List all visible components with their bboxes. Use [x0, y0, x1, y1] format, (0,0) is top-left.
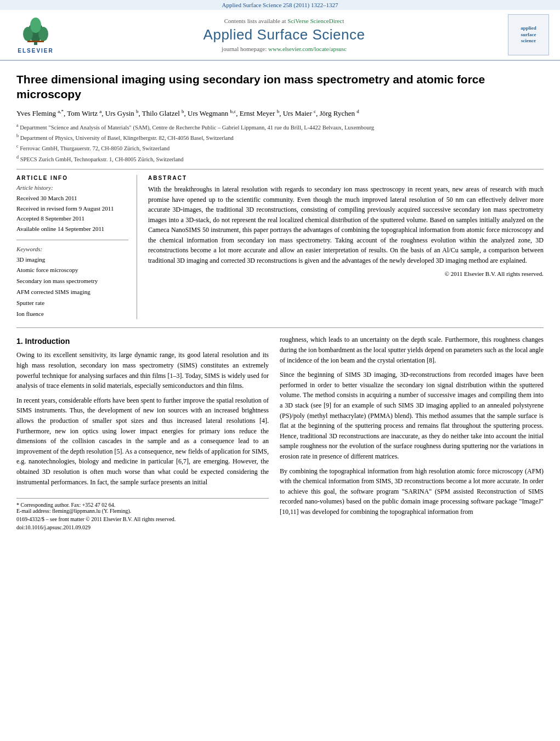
- journal-logo: applied surface science: [508, 14, 549, 55]
- header-main: ELSEVIER Contents lists available at Sci…: [0, 10, 560, 61]
- abstract-column: ABSTRACT With the breakthroughs in later…: [148, 175, 544, 320]
- date-accepted: Accepted 8 September 2011: [16, 213, 128, 224]
- journal-name: Applied Surface Science: [60, 26, 508, 43]
- elsevier-logo: ELSEVIER: [11, 16, 60, 54]
- divider-2: [16, 327, 544, 328]
- footnote-area: * Corresponding author. Fax: +352 47 02 …: [16, 498, 269, 530]
- affiliation-b: b Department of Physics, University of B…: [16, 133, 544, 142]
- article-body: Three dimensional imaging using secondar…: [0, 61, 560, 541]
- keyword-3: Secondary ion mass spectrometry: [16, 276, 128, 287]
- divider-info: [16, 240, 128, 240]
- keyword-4: AFM corrected SIMS imaging: [16, 287, 128, 298]
- right-column: roughness, which leads to an uncertainty…: [280, 335, 544, 530]
- date-online: Available online 14 September 2011: [16, 224, 128, 234]
- elsevier-tree-icon: [19, 16, 52, 47]
- footnote-issn: 0169-4332/$ – see front matter © 2011 El…: [16, 516, 269, 522]
- info-abstract-section: ARTICLE INFO Article history: Received 3…: [16, 175, 544, 320]
- contents-line: Contents lists available at SciVerse Sci…: [60, 18, 508, 24]
- date-revised: Received in revised form 9 August 2011: [16, 203, 128, 214]
- article-dates: Received 30 March 2011 Received in revis…: [16, 193, 128, 234]
- keywords-list: 3D imaging Atomic force microscopy Secon…: [16, 254, 128, 320]
- right-paragraph-3: By combining the topographical informati…: [280, 466, 544, 517]
- affiliations: a Department "Science and Analysis of Ma…: [16, 122, 544, 163]
- keyword-5: Sputter rate: [16, 298, 128, 309]
- intro-paragraph-1: Owing to its excellent sensitivity, its …: [16, 350, 269, 391]
- keyword-1: 3D imaging: [16, 254, 128, 265]
- right-paragraph-1: roughness, which leads to an uncertainty…: [280, 335, 544, 365]
- footnote-corresponding: * Corresponding author. Fax: +352 47 02 …: [16, 502, 269, 508]
- svg-point-4: [30, 18, 41, 33]
- keyword-2: Atomic force microscopy: [16, 265, 128, 276]
- journal-top-bar: Applied Surface Science 258 (2011) 1322–…: [0, 0, 560, 10]
- svg-rect-5: [27, 41, 44, 42]
- journal-title-block: Contents lists available at SciVerse Sci…: [60, 18, 508, 52]
- sciverse-link[interactable]: SciVerse ScienceDirect: [287, 18, 344, 24]
- footnote-email: E-mail address: fleming@lippmann.lu (Y. …: [16, 508, 269, 514]
- homepage-link[interactable]: www.elsevier.com/locate/apsusc: [268, 46, 347, 52]
- intro-heading: 1. Introduction: [16, 337, 269, 346]
- authors-line: Yves Fleming a,*, Tom Wirtz a, Urs Gysin…: [16, 109, 544, 118]
- history-label: Article history:: [16, 184, 128, 191]
- article-info-column: ARTICLE INFO Article history: Received 3…: [16, 175, 137, 320]
- citation-text: Applied Surface Science 258 (2011) 1322–…: [222, 2, 338, 8]
- abstract-text: With the breakthroughs in lateral resolu…: [148, 184, 544, 266]
- divider-1: [16, 169, 544, 169]
- intro-paragraph-2: In recent years, considerable efforts ha…: [16, 395, 269, 487]
- right-paragraph-2: Since the beginning of SIMS 3D imaging, …: [280, 370, 544, 461]
- homepage-line: journal homepage: www.elsevier.com/locat…: [60, 46, 508, 52]
- date-received: Received 30 March 2011: [16, 193, 128, 203]
- elsevier-label: ELSEVIER: [18, 48, 53, 54]
- abstract-heading: ABSTRACT: [148, 175, 544, 181]
- affiliation-c: c Ferrovac GmbH, Thurgauerstr. 72, CH-80…: [16, 143, 544, 152]
- keywords-label: Keywords:: [16, 246, 128, 252]
- keyword-6: Ion fluence: [16, 309, 128, 320]
- article-info-heading: ARTICLE INFO: [16, 175, 128, 181]
- article-title: Three dimensional imaging using secondar…: [16, 72, 544, 102]
- abstract-copyright: © 2011 Elsevier B.V. All rights reserved…: [148, 270, 544, 277]
- left-column: 1. Introduction Owing to its excellent s…: [16, 335, 269, 530]
- affiliation-d: d SPECS Zurich GmbH, Technoparkstr. 1, C…: [16, 154, 544, 163]
- keywords-section: Keywords: 3D imaging Atomic force micros…: [16, 246, 128, 320]
- main-content: 1. Introduction Owing to its excellent s…: [16, 335, 544, 530]
- affiliation-a: a Department "Science and Analysis of Ma…: [16, 122, 544, 132]
- footnote-doi: doi:10.1016/j.apsusc.2011.09.029: [16, 524, 269, 530]
